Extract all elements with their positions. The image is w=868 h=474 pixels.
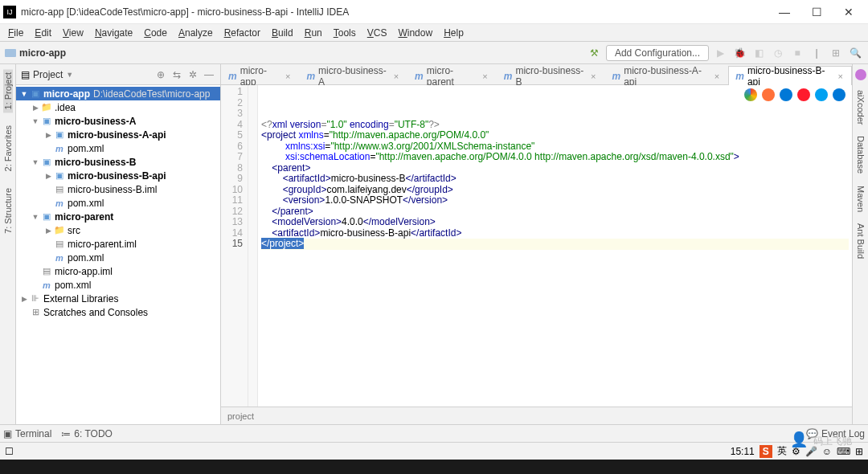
sogou-icon[interactable]: S — [760, 445, 772, 458]
project-header-label[interactable]: Project — [33, 69, 63, 80]
todo-tab[interactable]: ≔6: TODO — [61, 428, 113, 439]
status-tray-1[interactable]: ⚙ — [792, 446, 800, 457]
marker-gutter — [248, 85, 258, 407]
project-tree[interactable]: ▼▣micro-app D:\ideaCodeTest\micro-app▶📁.… — [16, 85, 220, 424]
breadcrumb[interactable]: project — [221, 407, 852, 424]
menu-edit[interactable]: Edit — [30, 26, 56, 40]
editor-tab[interactable]: mmicro-business-A× — [299, 66, 407, 85]
tree-row[interactable]: ▶⊪External Libraries — [16, 292, 220, 305]
mod-icon: ▣ — [29, 88, 42, 99]
menu-run[interactable]: Run — [300, 26, 327, 40]
menu-navigate[interactable]: Navigate — [90, 26, 137, 40]
event-log-tab[interactable]: 💬Event Log — [806, 428, 865, 439]
tree-row[interactable]: ▶▣micro-business-B-api — [16, 169, 220, 182]
editor-tab[interactable]: mmicro-app× — [221, 66, 299, 85]
minimize-button[interactable]: — — [768, 1, 800, 23]
close-icon[interactable]: × — [714, 72, 719, 81]
left-tool-strip: 1: Project2: Favorites7: Structure — [0, 64, 16, 424]
status-tray-4[interactable]: ⌨ — [837, 446, 850, 457]
profile-icon[interactable]: ◷ — [770, 45, 786, 61]
menu-code[interactable]: Code — [139, 26, 172, 40]
editor-tab[interactable]: mmicro-business-A-api× — [605, 66, 729, 85]
maven-icon: m — [415, 71, 424, 82]
tree-row[interactable]: ▤micro-parent.iml — [16, 237, 220, 251]
ie-icon[interactable] — [815, 88, 828, 101]
tree-row[interactable]: ▶📁.idea — [16, 100, 220, 114]
menu-help[interactable]: Help — [439, 26, 469, 40]
expand-all-icon[interactable]: ⇆ — [170, 69, 183, 80]
right-tab-0[interactable]: aiXcoder — [856, 88, 866, 126]
maximize-button[interactable]: ☐ — [800, 1, 833, 23]
aix-icon[interactable] — [855, 69, 866, 80]
nav-path[interactable]: micro-app — [19, 47, 587, 59]
ime-lang[interactable]: 英 — [777, 444, 787, 458]
close-icon[interactable]: × — [482, 72, 487, 81]
menu-build[interactable]: Build — [267, 26, 298, 40]
m-icon: m — [40, 280, 53, 290]
tree-row[interactable]: ▶📁src — [16, 223, 220, 237]
project-dropdown-icon[interactable]: ▤ — [21, 69, 30, 80]
file-icon: ▤ — [53, 239, 66, 249]
code-area[interactable]: <?xml version="1.0" encoding="UTF-8"?><p… — [258, 85, 852, 407]
opera-icon[interactable] — [797, 88, 810, 101]
build-hammer-icon[interactable]: ⚒ — [587, 45, 603, 61]
tree-row[interactable]: ▼▣micro-business-A — [16, 114, 220, 128]
editor-tab[interactable]: mmicro-business-B-api× — [728, 66, 852, 85]
close-icon[interactable]: × — [394, 72, 399, 81]
edge-icon[interactable] — [833, 88, 845, 101]
menu-file[interactable]: File — [3, 26, 28, 40]
right-tool-strip: aiXcoderDatabaseMavenAnt Build — [852, 64, 868, 424]
close-button[interactable]: ✕ — [833, 1, 865, 23]
close-icon[interactable]: × — [838, 72, 843, 81]
tree-row[interactable]: mpom.xml — [16, 196, 220, 210]
status-icon[interactable]: ☐ — [5, 446, 14, 457]
tree-row[interactable]: mpom.xml — [16, 251, 220, 264]
menu-vcs[interactable]: VCS — [362, 26, 392, 40]
menu-refactor[interactable]: Refactor — [219, 26, 265, 40]
stop-icon[interactable]: ■ — [789, 45, 805, 61]
select-open-file-icon[interactable]: ⊕ — [154, 69, 167, 80]
run-icon[interactable]: ▶ — [712, 45, 728, 61]
tree-row[interactable]: ▼▣micro-app D:\ideaCodeTest\micro-app — [16, 87, 220, 100]
add-configuration-button[interactable]: Add Configuration... — [606, 45, 709, 61]
tree-row[interactable]: ▼▣micro-parent — [16, 210, 220, 223]
structure-icon[interactable]: ⊞ — [828, 45, 844, 61]
close-icon[interactable]: × — [591, 72, 596, 81]
left-tab-2[interactable]: 7: Structure — [3, 185, 13, 237]
maven-icon: m — [228, 71, 237, 82]
status-tray-3[interactable]: ☺ — [822, 446, 832, 457]
menu-window[interactable]: Window — [393, 26, 437, 40]
editor[interactable]: 123456789101112131415 <?xml version="1.0… — [221, 85, 852, 407]
right-tab-1[interactable]: Database — [856, 134, 866, 175]
debug-icon[interactable]: 🐞 — [731, 45, 747, 61]
editor-tab[interactable]: mmicro-parent× — [407, 66, 497, 85]
coverage-icon[interactable]: ◧ — [751, 45, 767, 61]
search-icon[interactable]: 🔍 — [847, 45, 863, 61]
terminal-tab[interactable]: ▣Terminal — [3, 428, 51, 439]
menu-tools[interactable]: Tools — [329, 26, 361, 40]
menu-view[interactable]: View — [58, 26, 88, 40]
tree-row[interactable]: mpom.xml — [16, 141, 220, 155]
chrome-icon[interactable] — [744, 88, 757, 101]
hide-icon[interactable]: — — [203, 69, 215, 80]
tree-row[interactable]: mpom.xml — [16, 278, 220, 292]
status-tray-5[interactable]: ⊞ — [855, 446, 863, 457]
left-tab-0[interactable]: 1: Project — [3, 69, 13, 112]
left-tab-1[interactable]: 2: Favorites — [3, 122, 13, 174]
mod-icon: ▣ — [40, 211, 53, 222]
firefox-icon[interactable] — [762, 88, 775, 101]
right-tab-3[interactable]: Ant Build — [856, 222, 866, 260]
safari-icon[interactable] — [780, 88, 792, 101]
tree-row[interactable]: ▤micro-app.iml — [16, 264, 220, 278]
right-tab-2[interactable]: Maven — [856, 184, 866, 214]
editor-tab[interactable]: mmicro-business-B× — [497, 66, 605, 85]
tree-row[interactable]: ▶▣micro-business-A-api — [16, 128, 220, 141]
tree-row[interactable]: ▤micro-business-B.iml — [16, 182, 220, 196]
tree-row[interactable]: ⊞Scratches and Consoles — [16, 305, 220, 319]
todo-icon: ≔ — [61, 428, 71, 439]
menu-analyze[interactable]: Analyze — [174, 26, 218, 40]
close-icon[interactable]: × — [285, 72, 290, 81]
gear-icon[interactable]: ✲ — [186, 69, 199, 80]
status-tray-2[interactable]: 🎤 — [805, 446, 817, 457]
tree-row[interactable]: ▼▣micro-business-B — [16, 155, 220, 169]
